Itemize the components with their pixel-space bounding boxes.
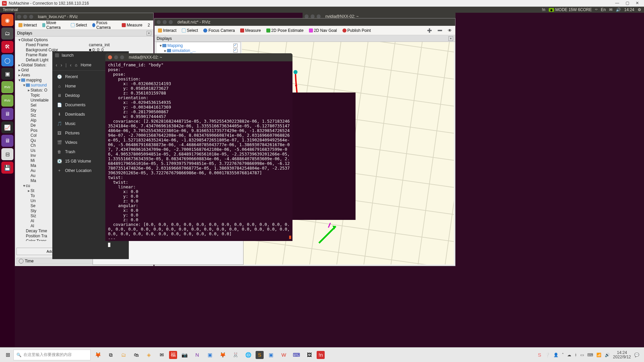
tray-ime-icon[interactable]: ⌨	[587, 353, 593, 357]
tree-row[interactable]: ▾Global Options	[16, 37, 152, 42]
launcher-remote2-icon[interactable]: 🖥	[1, 135, 13, 147]
system-tray[interactable]: ❔ 👤 ˄ ☁ ᚼ ▭ ⌨ 📶 🔊 14:24 2022/9/12 💬	[545, 351, 642, 359]
cortana-icon[interactable]: 🦊	[93, 350, 103, 360]
max-icon[interactable]	[120, 55, 124, 59]
tool-measure[interactable]: Measure	[239, 27, 262, 34]
volume-icon[interactable]: 🔊	[616, 7, 621, 12]
panel-close-icon[interactable]: ×	[448, 36, 453, 41]
min-icon[interactable]	[114, 55, 118, 59]
firefox-icon[interactable]: 🦊	[217, 350, 228, 360]
rviz-left-titlebar[interactable]: loam_livox.rviz* - RViz	[15, 13, 153, 20]
gear-icon[interactable]: ⚙	[638, 7, 641, 12]
tool-2d-pose[interactable]: 2D Pose Estimate	[265, 27, 305, 34]
launcher-chromium-icon[interactable]: ◯	[1, 54, 13, 66]
wifi-icon[interactable]: ⌔	[595, 7, 597, 12]
active-app-label: Terminal	[3, 7, 18, 12]
tool-select[interactable]: Select	[69, 22, 88, 28]
tool-remove-icon[interactable]: ➖	[436, 27, 444, 34]
app4-icon[interactable]: 🖼	[304, 350, 315, 360]
terminal-output[interactable]: child_frame_id: "body" pose: pose: posit…	[105, 61, 292, 242]
start-button[interactable]: ⊞	[2, 349, 13, 361]
tray-cloud-icon[interactable]: ☁	[567, 353, 571, 357]
launcher-terminal-icon[interactable]: ▣	[1, 68, 13, 80]
launcher-monitor-icon[interactable]: 📈	[1, 121, 13, 133]
tool-eye-icon[interactable]: 👁	[446, 27, 453, 34]
minimize-button[interactable]: —	[612, 1, 622, 6]
launcher-remote-icon[interactable]: 🖥	[1, 108, 13, 120]
tray-up-icon[interactable]: ˄	[562, 353, 564, 357]
notifications-icon[interactable]: 💬	[634, 353, 639, 357]
tool-focus[interactable]: Focus Camera	[91, 20, 117, 31]
mail-icon[interactable]: ✉	[609, 7, 612, 12]
onenote-icon[interactable]: N	[192, 350, 203, 360]
app3-icon[interactable]: ▣	[266, 350, 276, 360]
min-icon[interactable]	[163, 20, 167, 24]
launcher-rviz2-icon[interactable]: RViz	[1, 95, 13, 107]
rviz-right-titlebar[interactable]: default.rviz* - RViz	[155, 18, 455, 26]
launcher-settings-icon[interactable]: 🛠	[1, 41, 13, 53]
nomachine-tray-icon[interactable]: !n	[542, 7, 545, 12]
up-icon[interactable]: ‹	[70, 62, 71, 68]
wps-icon[interactable]: W	[278, 350, 289, 360]
maximize-button[interactable]: ▢	[623, 1, 632, 6]
tool-measure[interactable]: Measure	[120, 22, 144, 28]
max-icon[interactable]	[29, 15, 33, 19]
home-icon[interactable]: ⌂	[75, 63, 77, 67]
launcher-save-icon[interactable]: 💾	[1, 162, 13, 174]
home-label[interactable]: Home	[80, 63, 91, 67]
tray-bt-icon[interactable]: ᚼ	[575, 353, 577, 357]
terminal-window[interactable]: nvidia@NXX-02: ~ child_frame_id: "body" …	[105, 53, 292, 241]
close-icon[interactable]	[157, 20, 161, 24]
tray-people-icon[interactable]: 👤	[553, 353, 558, 357]
tree-row[interactable]: ▸simulation_...	[158, 48, 239, 53]
tool-interact[interactable]: Interact	[17, 22, 38, 28]
tool-move-camera[interactable]: Move Camera	[41, 20, 67, 31]
tool-select[interactable]: Select	[180, 27, 199, 34]
launcher-rviz-icon[interactable]: RViz	[1, 81, 13, 93]
tool-publish[interactable]: Publish Point	[341, 27, 372, 34]
close-icon[interactable]	[108, 55, 112, 59]
launcher-files-icon[interactable]: 🗂	[1, 27, 13, 40]
ubuntu-menubar: Terminal !n ◆MODE 15W 6CORE ⌔ En ✉ 🔊 14:…	[0, 7, 644, 13]
terminal-cursor	[108, 243, 110, 247]
nomachine-title: NoMachine - Connection to 192.168.110.21…	[9, 1, 612, 6]
camera-icon[interactable]: 📷	[179, 350, 190, 360]
tool-add-icon[interactable]: ➕	[426, 27, 433, 34]
tool-focus[interactable]: Focus Camera	[202, 27, 236, 34]
tray-vol-icon[interactable]: 🔊	[605, 353, 610, 357]
mail-icon[interactable]: ✉	[156, 350, 167, 360]
terminal-titlebar[interactable]: nvidia@NXX-02: ~	[105, 53, 292, 61]
tray-app-icon[interactable]: S	[534, 350, 545, 360]
min-icon[interactable]	[23, 15, 27, 19]
tree-row[interactable]: ▾Mapping	[158, 43, 239, 48]
tree-row[interactable]: Fixed Framecamera_init	[16, 42, 152, 47]
store-icon[interactable]: 🛍	[131, 350, 142, 360]
sublime-icon[interactable]: S	[256, 351, 264, 359]
tool-interact[interactable]: Interact	[157, 27, 178, 34]
explorer-icon[interactable]: 🗂	[118, 350, 129, 360]
close-icon[interactable]	[17, 15, 21, 19]
lang-indicator[interactable]: En	[601, 7, 606, 12]
tool-2d-nav[interactable]: 2D Nav Goal	[308, 27, 338, 34]
taskview-icon[interactable]: ⧉	[105, 350, 116, 360]
nomachine-task-icon[interactable]: !n	[317, 351, 325, 359]
back-icon[interactable]: ‹	[56, 62, 57, 68]
panel-close-icon[interactable]: ×	[147, 31, 151, 36]
app-icon[interactable]: ◈	[144, 350, 154, 360]
tray-wifi-icon[interactable]: 📶	[596, 353, 601, 357]
max-icon[interactable]	[169, 20, 173, 24]
search-box[interactable]: 🔍 在这里输入你要搜索的内容	[13, 350, 91, 360]
launcher-ubuntu-icon[interactable]: ◉	[1, 14, 13, 26]
vscode-icon[interactable]: ⌨	[291, 350, 302, 360]
taskbar-clock[interactable]: 14:24 2022/9/12	[613, 351, 631, 359]
close-button[interactable]: ✕	[633, 1, 642, 6]
launcher-drive-icon[interactable]: ⊟	[1, 148, 13, 160]
tray-battery-icon[interactable]: ▭	[580, 353, 584, 357]
app2-icon[interactable]: 🐰	[230, 350, 241, 360]
video-icon[interactable]: ▣	[205, 350, 215, 360]
forward-icon[interactable]: ›	[61, 62, 62, 68]
app-red-icon[interactable]: 福	[169, 351, 177, 359]
tool-more[interactable]: 2	[146, 22, 151, 28]
edge-icon[interactable]: 🌐	[243, 350, 254, 360]
tray-help-icon[interactable]: ❔	[545, 353, 550, 357]
